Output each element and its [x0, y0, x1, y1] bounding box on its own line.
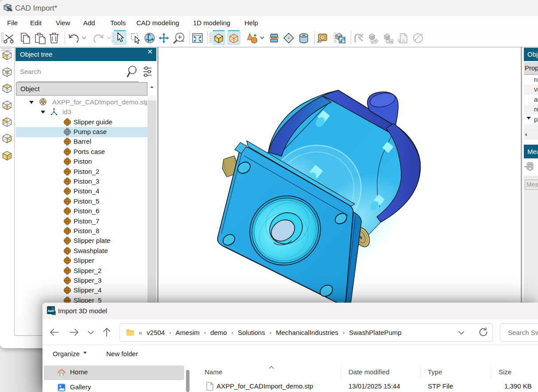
- svg-text:AмЕ: AмЕ: [48, 309, 54, 312]
- svg-text:SC: SC: [51, 307, 54, 309]
